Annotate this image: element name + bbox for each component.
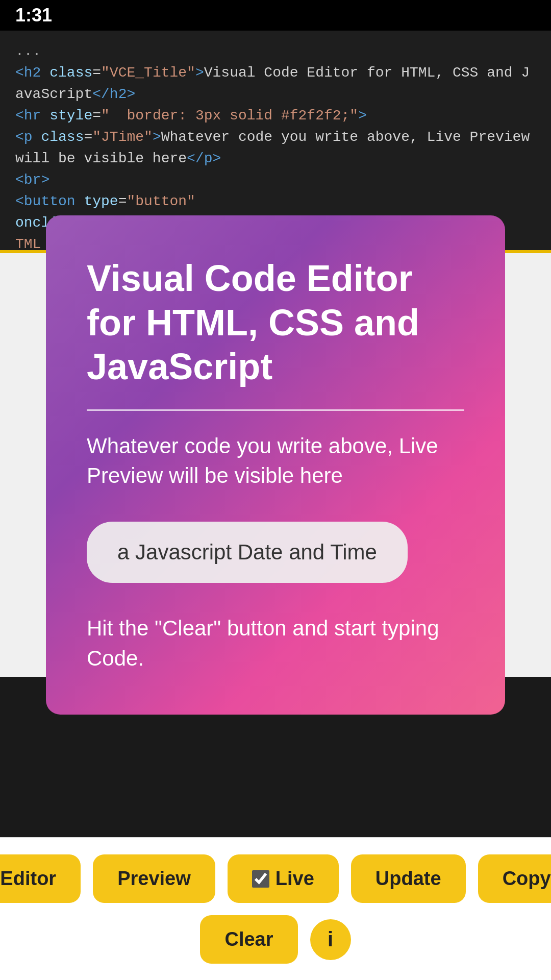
preview-card: Visual Code Editor for HTML, CSS and Jav… [46,215,505,714]
update-button[interactable]: Update [351,854,466,903]
copy-button[interactable]: Copy [478,854,551,903]
status-time: 1:31 [15,5,52,26]
live-button[interactable]: Live [228,854,339,903]
toolbar-row-bottom: Clear i [200,915,350,964]
toolbar-row-top: Editor Preview Live Update Copy [0,854,551,903]
preview-area: Visual Code Editor for HTML, CSS and Jav… [0,253,551,677]
preview-divider [87,409,464,411]
preview-button[interactable]: Preview [93,854,215,903]
preview-date-button[interactable]: a Javascript Date and Time [87,522,408,583]
preview-subtitle: Whatever code you write above, Live Prev… [87,431,464,492]
preview-title: Visual Code Editor for HTML, CSS and Jav… [87,256,464,388]
preview-hint: Hit the "Clear" button and start typing … [87,614,464,674]
info-button[interactable]: i [310,919,351,960]
editor-button[interactable]: Editor [0,854,81,903]
status-bar: 1:31 [0,0,551,31]
clear-button[interactable]: Clear [200,915,297,964]
bottom-toolbar: Editor Preview Live Update Copy Clear i [0,837,551,980]
live-checkbox[interactable] [252,870,269,888]
live-label: Live [276,868,314,890]
